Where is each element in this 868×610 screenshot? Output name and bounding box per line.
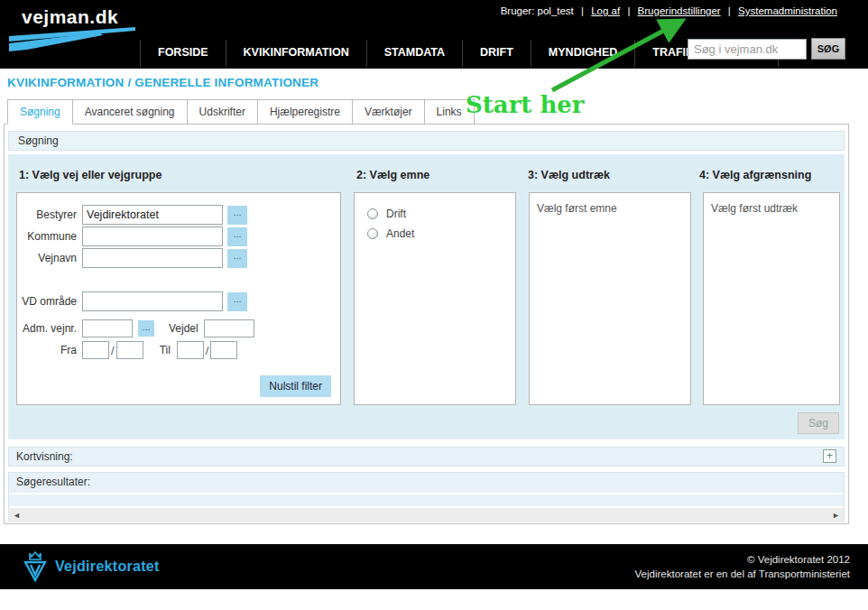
vejnavn-input[interactable] <box>82 248 223 268</box>
col1-title: 1: Vælg vej eller vejgruppe <box>19 169 162 181</box>
nav-item-forside[interactable]: FORSIDE <box>140 40 226 67</box>
vejnavn-browse-button[interactable]: ... <box>227 249 247 268</box>
vejdirektoratet-crown-icon <box>23 551 47 582</box>
til-km-input[interactable] <box>177 341 204 359</box>
main-panel: Søgning 1: Vælg vej eller vejgruppe 2: V… <box>4 124 849 524</box>
footer-subtitle: Vejdirektoratet er en del af Transportmi… <box>635 567 850 581</box>
tab-avanceret-sogning[interactable]: Avanceret søgning <box>73 99 188 125</box>
col4-title: 4: Vælg afgrænsning <box>699 169 811 181</box>
fra-m-input[interactable] <box>116 341 143 359</box>
search-submit-button[interactable]: Søg <box>798 412 839 434</box>
tab-bar: Søgning Avanceret søgning Udskrifter Hjæ… <box>7 99 475 125</box>
radio-drift-label: Drift <box>386 208 406 220</box>
adm-vejnr-browse-button[interactable]: ... <box>138 320 154 337</box>
nav-item-myndighed[interactable]: MYNDIGHED <box>531 40 634 67</box>
tab-udskrifter[interactable]: Udskrifter <box>188 99 258 125</box>
site-search-button[interactable]: SØG <box>811 38 845 60</box>
vd-omrade-browse-button[interactable]: ... <box>227 292 247 311</box>
logout-link[interactable]: Log af <box>591 5 620 16</box>
kommune-browse-button[interactable]: ... <box>227 227 247 246</box>
results-section: Søgeresultater: ◄ ► <box>8 472 845 522</box>
scroll-right-icon[interactable]: ► <box>832 510 840 521</box>
col3-title: 3: Vælg udtræk <box>528 169 610 181</box>
adm-vejnr-label: Adm. vejnr. <box>17 322 82 335</box>
fra-km-input[interactable] <box>82 341 109 359</box>
nav-item-stamdata[interactable]: STAMDATA <box>366 40 462 67</box>
results-empty-row <box>9 494 844 506</box>
bestyrer-input[interactable] <box>82 205 223 225</box>
tab-links[interactable]: Links <box>425 99 475 125</box>
vejnavn-label: Vejnavn <box>17 252 82 264</box>
afgraensning-hint: Vælg først udtræk <box>704 193 839 224</box>
search-panel-body: 1: Vælg vej eller vejgruppe 2: Vælg emne… <box>8 154 845 439</box>
separator: | <box>627 5 630 16</box>
user-bar: Bruger: pol_test | Log af | Brugerindsti… <box>501 5 837 16</box>
adm-vejnr-input[interactable] <box>82 319 133 337</box>
til-m-input[interactable] <box>210 341 237 359</box>
kortvisning-label: Kortvisning: <box>16 450 73 463</box>
road-filter-box: Bestyrer ... Kommune ... Vejnavn ... VD … <box>16 192 341 405</box>
panel-title: Søgning <box>8 131 845 151</box>
udtraek-hint: Vælg først emne <box>530 193 690 224</box>
breadcrumb: KVIKINFORMATION / GENERELLE INFORMATIONE… <box>7 76 319 89</box>
footer: Vejdirektoratet © Vejdirektoratet 2012 V… <box>0 544 868 589</box>
nav-item-drift[interactable]: DRIFT <box>462 40 531 67</box>
top-header: vejman.dk Bruger: pol_test | Log af | Br… <box>0 0 868 69</box>
separator: | <box>728 5 731 16</box>
footer-logo-label: Vejdirektoratet <box>55 559 160 575</box>
slash-separator: / <box>206 344 209 357</box>
user-label: Bruger: pol_test <box>501 5 574 16</box>
radio-andet-icon[interactable] <box>367 228 378 239</box>
logo-swoosh-icon <box>9 27 137 58</box>
bestyrer-label: Bestyrer <box>17 208 82 221</box>
kommune-label: Kommune <box>17 230 82 243</box>
vd-omrade-input[interactable] <box>82 291 223 311</box>
tab-sogning[interactable]: Søgning <box>7 99 73 125</box>
col2-title: 2: Vælg emne <box>356 169 429 181</box>
radio-andet-label: Andet <box>386 227 414 240</box>
tab-vaerktojer[interactable]: Værktøjer <box>353 99 425 125</box>
fra-label: Fra <box>17 344 82 356</box>
reset-filter-button[interactable]: Nulstil filter <box>260 375 331 397</box>
results-label: Søgeresultater: <box>16 476 90 488</box>
nav-item-kvikinformation[interactable]: KVIKINFORMATION <box>226 40 366 67</box>
expand-icon[interactable]: + <box>823 449 836 463</box>
radio-option-andet[interactable]: Andet <box>367 227 515 240</box>
scroll-left-icon[interactable]: ◄ <box>13 510 21 521</box>
separator: | <box>581 5 584 16</box>
system-admin-link[interactable]: Systemadministration <box>738 5 837 16</box>
horizontal-scrollbar[interactable]: ◄ ► <box>9 508 844 522</box>
vejman-logo[interactable]: vejman.dk <box>22 6 118 28</box>
bestyrer-browse-button[interactable]: ... <box>227 206 247 225</box>
radio-option-drift[interactable]: Drift <box>367 208 515 220</box>
slash-separator: / <box>111 344 115 357</box>
start-here-label: Start her <box>466 91 585 118</box>
udtraek-box: Vælg først emne <box>529 192 691 405</box>
vd-omrade-label: VD område <box>17 295 82 308</box>
results-bar: Søgeresultater: <box>9 473 844 493</box>
afgraensning-box: Vælg først udtræk <box>703 192 840 405</box>
footer-text: © Vejdirektoratet 2012 Vejdirektoratet e… <box>635 552 850 581</box>
site-search-input[interactable] <box>688 39 807 60</box>
emne-box: Drift Andet <box>354 192 516 405</box>
main-nav: FORSIDE KVIKINFORMATION STAMDATA DRIFT M… <box>140 40 779 67</box>
kommune-input[interactable] <box>82 226 223 246</box>
vejdel-input[interactable] <box>204 319 254 337</box>
footer-logo: Vejdirektoratet <box>23 551 160 582</box>
site-search: SØG <box>688 38 845 60</box>
footer-copyright: © Vejdirektoratet 2012 <box>635 552 850 567</box>
til-label: Til <box>160 344 171 356</box>
radio-drift-icon[interactable] <box>367 208 378 219</box>
vejdel-label: Vejdel <box>169 322 199 335</box>
user-settings-link[interactable]: Brugerindstillinger <box>638 5 721 16</box>
tab-hjaelperegistre[interactable]: Hjælperegistre <box>258 99 353 125</box>
kortvisning-bar[interactable]: + Kortvisning: <box>8 447 845 467</box>
